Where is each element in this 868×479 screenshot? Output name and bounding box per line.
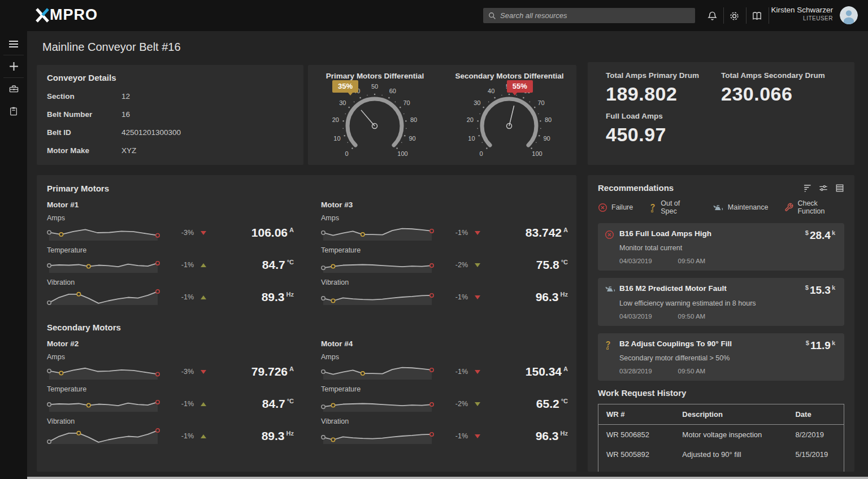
sparkline-chart (47, 394, 160, 413)
trend-percent: -1% (168, 261, 194, 269)
recommendations-title: Recommendations (598, 183, 674, 193)
left-sidebar (0, 0, 27, 479)
metric-label: Vibration (47, 417, 294, 425)
stat-value: 230.066 (721, 83, 836, 105)
recommendation-date: 03/28/2019 (619, 368, 652, 375)
gauge-value-badge: 35% (332, 80, 358, 93)
table-cell: WR 5005892 (598, 445, 675, 464)
recommendation-datetime: 04/03/201909:50 AM (619, 258, 836, 264)
bell-icon[interactable] (704, 8, 720, 24)
trend-up-icon (201, 295, 206, 299)
sort-icon[interactable] (802, 184, 811, 193)
filter-out-of-spec[interactable]: ?Out of Spec (649, 199, 696, 215)
book-icon[interactable] (749, 8, 765, 24)
gear-icon[interactable] (726, 8, 742, 24)
svg-text:0: 0 (479, 150, 483, 157)
filter-maintenance[interactable]: Maintenance (713, 203, 769, 212)
metric-value: 150.34A (480, 365, 568, 378)
recommendation-subtitle: Monitor total current (619, 244, 836, 252)
svg-text:30: 30 (474, 99, 480, 106)
metric-value: 65.2°C (480, 397, 568, 411)
metric-label: Vibration (321, 417, 568, 425)
toolbox-icon[interactable] (0, 78, 27, 100)
motor-group-heading (321, 184, 568, 195)
clipboard-icon[interactable] (0, 100, 27, 122)
differential-gauges-panel: Primary Motors Differential 35% 01020304… (308, 65, 576, 165)
metric-unit: A (289, 227, 294, 233)
trend-percent: -1% (168, 400, 194, 408)
detail-value: 12 (121, 92, 130, 101)
plus-icon[interactable] (0, 55, 27, 77)
recommendation-time: 09:50 AM (678, 258, 706, 264)
trend-percent: -2% (442, 400, 468, 408)
detail-row: Motor Make XYZ (47, 146, 293, 155)
motor-section: Primary MotorsMotor #1Amps-3%106.06ATemp… (47, 184, 294, 307)
avatar[interactable] (840, 6, 858, 24)
metric-body: -1%84.7°C (47, 255, 294, 275)
recommendation-date: 04/03/2019 (619, 313, 652, 320)
metric-unit: °C (287, 398, 294, 404)
svg-text:?: ? (650, 203, 656, 211)
list-icon[interactable] (835, 184, 844, 193)
search-input[interactable] (500, 11, 690, 20)
table-column-header: Date (787, 404, 844, 424)
recommendation-filters: Failure?Out of SpecMaintenanceCheck Func… (598, 199, 844, 215)
sparkline-chart (321, 426, 434, 446)
metric-value: 83.742A (480, 226, 568, 240)
cost-unit: k (832, 339, 835, 346)
trend-down-icon (201, 231, 206, 235)
table-cell: 8/2/2019 (787, 424, 844, 445)
recommendation-card[interactable]: ?B2 Adjust Couplings To 90° Fill$11.9kSe… (598, 333, 844, 381)
global-search[interactable] (483, 8, 695, 23)
svg-text:80: 80 (410, 116, 417, 123)
full-load-amps: Full Load Amps 450.97 (606, 112, 721, 146)
table-column-header: Description (674, 404, 787, 424)
detail-label: Section (47, 92, 121, 101)
filter-check-function[interactable]: Check Function (784, 199, 844, 215)
detail-row: Belt Number 16 (47, 110, 293, 119)
sparkline-chart (47, 288, 160, 307)
currency-symbol: $ (805, 229, 809, 236)
svg-text:80: 80 (545, 116, 552, 123)
motor-section: Secondary MotorsMotor #2Amps-3%79.726ATe… (47, 323, 294, 446)
maintenance-icon (713, 203, 724, 212)
trend-down-icon (201, 370, 206, 374)
table-cell: Motor voltage inspection (674, 424, 787, 445)
metric-value: 84.7°C (206, 258, 294, 272)
trend-percent: -1% (168, 293, 194, 301)
gauge-title: Primary Motors Differential (308, 72, 442, 80)
motor-group-heading: Primary Motors (47, 184, 294, 195)
metric-row: Temperature-1%84.7°C (47, 385, 294, 413)
gauge-dial: 0102030405060708090100 (321, 84, 428, 163)
user-menu[interactable]: Kirsten Schwarzer LITEUSER (771, 6, 833, 21)
svg-text:100: 100 (532, 150, 542, 157)
metric-row: Vibration-1%89.3Hz (47, 417, 294, 446)
metric-unit: Hz (561, 430, 568, 437)
gauge-title: Secondary Motors Differential (442, 72, 576, 80)
trend-down-icon (475, 263, 480, 267)
motor-name: Motor #2 (47, 339, 294, 348)
page-title: Mainline Conveyor Belt #16 (42, 41, 181, 54)
table-cell: No activity - Cancelled (674, 464, 787, 472)
filter-failure[interactable]: Failure (598, 203, 633, 212)
metric-body: -1%83.742A (321, 223, 568, 242)
currency-symbol: $ (805, 284, 809, 291)
recommendation-date: 04/03/2019 (619, 258, 652, 264)
recommendation-card[interactable]: B16 Full Load Amps High$28.4kMonitor tot… (598, 223, 844, 271)
user-role: LITEUSER (771, 15, 833, 21)
main-content: Mainline Conveyor Belt #16 Conveyor Deta… (27, 31, 868, 479)
metric-body: -1%150.34A (321, 362, 568, 381)
horizontal-scrollbar[interactable] (27, 477, 868, 479)
motor-group-heading (321, 323, 568, 334)
sparkline-chart (47, 255, 160, 275)
search-icon (488, 12, 496, 20)
recommendation-subtitle: Secondary motor differential > 50% (619, 354, 836, 362)
motors-column-left: Primary MotorsMotor #1Amps-3%106.06ATemp… (47, 184, 294, 450)
filter-label: Out of Spec (661, 199, 696, 215)
menu-icon[interactable] (0, 33, 27, 55)
sparkline-chart (321, 362, 434, 381)
recommendation-card[interactable]: B16 M2 Predicted Motor Fault$15.3kLow ef… (598, 278, 844, 325)
sliders-icon[interactable] (819, 184, 828, 193)
recommendation-time: 09:50 AM (678, 313, 706, 320)
metric-value: 96.3Hz (480, 290, 568, 304)
